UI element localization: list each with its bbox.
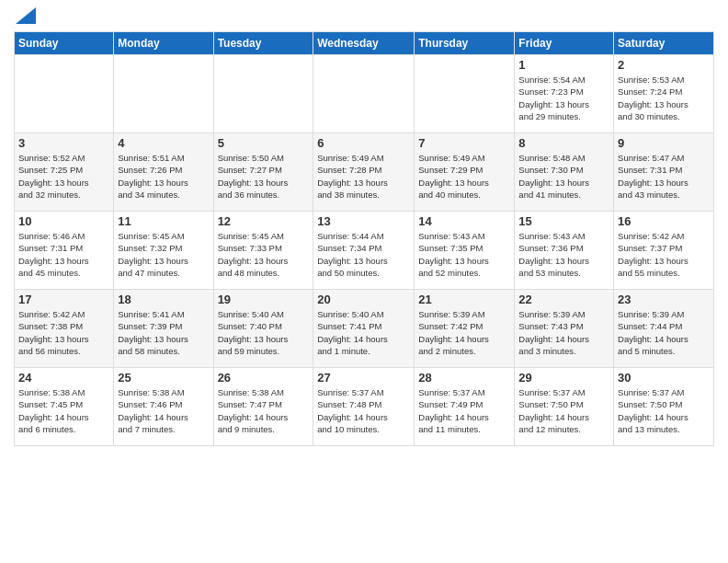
day-info: Sunrise: 5:37 AM Sunset: 7:48 PM Dayligh…	[317, 386, 410, 435]
day-number: 29	[518, 371, 609, 385]
calendar-day-cell: 26Sunrise: 5:38 AM Sunset: 7:47 PM Dayli…	[213, 368, 313, 446]
day-number: 16	[618, 214, 710, 228]
day-info: Sunrise: 5:49 AM Sunset: 7:28 PM Dayligh…	[317, 152, 410, 201]
day-info: Sunrise: 5:47 AM Sunset: 7:31 PM Dayligh…	[618, 152, 710, 201]
day-info: Sunrise: 5:49 AM Sunset: 7:29 PM Dayligh…	[418, 152, 510, 201]
day-info: Sunrise: 5:40 AM Sunset: 7:41 PM Dayligh…	[317, 308, 410, 357]
day-number: 18	[118, 293, 209, 306]
day-number: 12	[218, 214, 310, 228]
day-number: 11	[118, 214, 209, 228]
weekday-header-tuesday: Tuesday	[213, 32, 313, 55]
calendar-day-cell: 17Sunrise: 5:42 AM Sunset: 7:38 PM Dayli…	[15, 290, 114, 368]
day-number: 25	[118, 371, 209, 385]
calendar-week-row: 24Sunrise: 5:38 AM Sunset: 7:45 PM Dayli…	[15, 368, 714, 446]
day-info: Sunrise: 5:50 AM Sunset: 7:27 PM Dayligh…	[218, 152, 310, 201]
page-container: SundayMondayTuesdayWednesdayThursdayFrid…	[0, 0, 728, 455]
calendar-day-cell: 1Sunrise: 5:54 AM Sunset: 7:23 PM Daylig…	[515, 55, 614, 133]
calendar-day-cell: 24Sunrise: 5:38 AM Sunset: 7:45 PM Dayli…	[15, 368, 114, 446]
day-info: Sunrise: 5:37 AM Sunset: 7:49 PM Dayligh…	[418, 386, 510, 435]
weekday-header-monday: Monday	[114, 32, 213, 55]
day-info: Sunrise: 5:44 AM Sunset: 7:34 PM Dayligh…	[317, 230, 410, 279]
day-info: Sunrise: 5:39 AM Sunset: 7:42 PM Dayligh…	[418, 308, 510, 357]
day-number: 17	[18, 293, 109, 306]
weekday-header-thursday: Thursday	[415, 32, 515, 55]
calendar-day-cell: 2Sunrise: 5:53 AM Sunset: 7:24 PM Daylig…	[614, 55, 714, 133]
day-info: Sunrise: 5:41 AM Sunset: 7:39 PM Dayligh…	[118, 308, 209, 357]
calendar-day-cell: 16Sunrise: 5:42 AM Sunset: 7:37 PM Dayli…	[614, 212, 714, 290]
day-info: Sunrise: 5:37 AM Sunset: 7:50 PM Dayligh…	[518, 386, 609, 435]
logo	[14, 9, 36, 24]
calendar-day-cell	[313, 55, 415, 133]
calendar-day-cell: 27Sunrise: 5:37 AM Sunset: 7:48 PM Dayli…	[313, 368, 415, 446]
calendar-day-cell: 15Sunrise: 5:43 AM Sunset: 7:36 PM Dayli…	[515, 212, 614, 290]
day-info: Sunrise: 5:53 AM Sunset: 7:24 PM Dayligh…	[618, 74, 710, 122]
day-number: 9	[618, 136, 710, 150]
calendar-day-cell: 21Sunrise: 5:39 AM Sunset: 7:42 PM Dayli…	[415, 290, 515, 368]
calendar-day-cell: 29Sunrise: 5:37 AM Sunset: 7:50 PM Dayli…	[515, 368, 614, 446]
calendar-day-cell: 4Sunrise: 5:51 AM Sunset: 7:26 PM Daylig…	[114, 133, 213, 212]
calendar-day-cell: 13Sunrise: 5:44 AM Sunset: 7:34 PM Dayli…	[313, 212, 415, 290]
calendar-week-row: 10Sunrise: 5:46 AM Sunset: 7:31 PM Dayli…	[15, 212, 714, 290]
day-number: 28	[418, 371, 510, 385]
day-number: 4	[118, 136, 209, 150]
calendar-day-cell: 18Sunrise: 5:41 AM Sunset: 7:39 PM Dayli…	[114, 290, 213, 368]
day-info: Sunrise: 5:42 AM Sunset: 7:38 PM Dayligh…	[18, 308, 109, 357]
day-number: 23	[618, 293, 710, 306]
calendar-day-cell: 25Sunrise: 5:38 AM Sunset: 7:46 PM Dayli…	[114, 368, 213, 446]
weekday-header-friday: Friday	[515, 32, 614, 55]
calendar-table: SundayMondayTuesdayWednesdayThursdayFrid…	[14, 31, 714, 446]
day-number: 20	[317, 293, 410, 306]
weekday-header-sunday: Sunday	[15, 32, 114, 55]
calendar-day-cell: 3Sunrise: 5:52 AM Sunset: 7:25 PM Daylig…	[15, 133, 114, 212]
calendar-day-cell: 30Sunrise: 5:37 AM Sunset: 7:50 PM Dayli…	[614, 368, 714, 446]
day-info: Sunrise: 5:42 AM Sunset: 7:37 PM Dayligh…	[618, 230, 710, 279]
day-number: 7	[418, 136, 510, 150]
calendar-day-cell: 8Sunrise: 5:48 AM Sunset: 7:30 PM Daylig…	[515, 133, 614, 212]
day-number: 13	[317, 214, 410, 228]
calendar-day-cell: 23Sunrise: 5:39 AM Sunset: 7:44 PM Dayli…	[614, 290, 714, 368]
day-number: 26	[218, 371, 310, 385]
calendar-day-cell	[213, 55, 313, 133]
day-number: 1	[518, 58, 609, 72]
day-number: 6	[317, 136, 410, 150]
day-number: 22	[518, 293, 609, 306]
day-number: 8	[518, 136, 609, 150]
calendar-day-cell: 5Sunrise: 5:50 AM Sunset: 7:27 PM Daylig…	[213, 133, 313, 212]
svg-marker-0	[16, 7, 36, 24]
calendar-day-cell: 22Sunrise: 5:39 AM Sunset: 7:43 PM Dayli…	[515, 290, 614, 368]
calendar-day-cell: 20Sunrise: 5:40 AM Sunset: 7:41 PM Dayli…	[313, 290, 415, 368]
calendar-day-cell: 7Sunrise: 5:49 AM Sunset: 7:29 PM Daylig…	[415, 133, 515, 212]
day-number: 27	[317, 371, 410, 385]
day-info: Sunrise: 5:43 AM Sunset: 7:35 PM Dayligh…	[418, 230, 510, 279]
day-info: Sunrise: 5:43 AM Sunset: 7:36 PM Dayligh…	[518, 230, 609, 279]
day-number: 24	[18, 371, 109, 385]
weekday-header-wednesday: Wednesday	[313, 32, 415, 55]
calendar-day-cell	[415, 55, 515, 133]
day-number: 14	[418, 214, 510, 228]
logo-icon	[16, 7, 36, 24]
day-number: 15	[518, 214, 609, 228]
day-info: Sunrise: 5:52 AM Sunset: 7:25 PM Dayligh…	[18, 152, 109, 201]
calendar-week-row: 3Sunrise: 5:52 AM Sunset: 7:25 PM Daylig…	[15, 133, 714, 212]
day-number: 5	[218, 136, 310, 150]
day-number: 2	[618, 58, 710, 72]
day-info: Sunrise: 5:38 AM Sunset: 7:45 PM Dayligh…	[18, 386, 109, 435]
calendar-day-cell: 11Sunrise: 5:45 AM Sunset: 7:32 PM Dayli…	[114, 212, 213, 290]
calendar-day-cell: 9Sunrise: 5:47 AM Sunset: 7:31 PM Daylig…	[614, 133, 714, 212]
weekday-header-row: SundayMondayTuesdayWednesdayThursdayFrid…	[15, 32, 714, 55]
calendar-week-row: 1Sunrise: 5:54 AM Sunset: 7:23 PM Daylig…	[15, 55, 714, 133]
day-number: 21	[418, 293, 510, 306]
day-info: Sunrise: 5:38 AM Sunset: 7:47 PM Dayligh…	[218, 386, 310, 435]
calendar-day-cell	[15, 55, 114, 133]
weekday-header-saturday: Saturday	[614, 32, 714, 55]
calendar-day-cell: 14Sunrise: 5:43 AM Sunset: 7:35 PM Dayli…	[415, 212, 515, 290]
calendar-day-cell: 6Sunrise: 5:49 AM Sunset: 7:28 PM Daylig…	[313, 133, 415, 212]
page-header	[14, 9, 714, 24]
day-info: Sunrise: 5:54 AM Sunset: 7:23 PM Dayligh…	[518, 74, 609, 122]
calendar-day-cell: 28Sunrise: 5:37 AM Sunset: 7:49 PM Dayli…	[415, 368, 515, 446]
day-info: Sunrise: 5:45 AM Sunset: 7:33 PM Dayligh…	[218, 230, 310, 279]
day-info: Sunrise: 5:38 AM Sunset: 7:46 PM Dayligh…	[118, 386, 209, 435]
calendar-week-row: 17Sunrise: 5:42 AM Sunset: 7:38 PM Dayli…	[15, 290, 714, 368]
day-info: Sunrise: 5:37 AM Sunset: 7:50 PM Dayligh…	[618, 386, 710, 435]
calendar-day-cell: 12Sunrise: 5:45 AM Sunset: 7:33 PM Dayli…	[213, 212, 313, 290]
